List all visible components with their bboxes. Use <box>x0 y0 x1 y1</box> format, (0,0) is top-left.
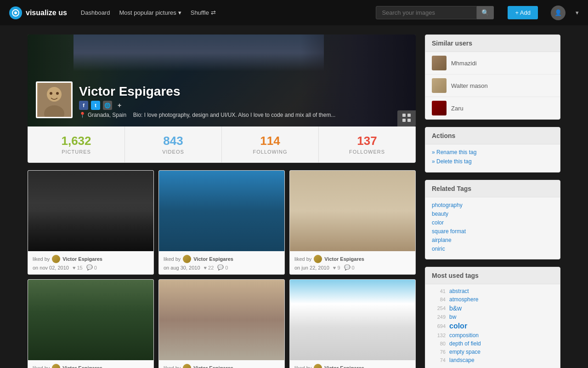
most-used-tag-link[interactable]: composition <box>449 332 479 339</box>
photo-liked-by: liked by Victor Espigares <box>164 364 280 368</box>
rename-tag-link[interactable]: » Rename this tag <box>432 149 554 155</box>
most-used-tag-link[interactable]: color <box>449 322 467 330</box>
search-button[interactable]: 🔍 <box>477 6 494 19</box>
nav-shuffle[interactable]: Shuffle ⇄ <box>191 9 216 16</box>
related-tag-link[interactable]: color <box>432 219 554 226</box>
tag-count: 84 <box>432 297 446 302</box>
website-icon[interactable]: 🌐 <box>103 101 112 110</box>
svg-point-5 <box>50 92 52 95</box>
nav-dashboard[interactable]: Dashboard <box>81 9 110 16</box>
photo-meta: liked by Victor Espigares on nov 02, 201… <box>28 251 153 274</box>
actions-list: » Rename this tag » Delete this tag <box>425 144 560 172</box>
similar-user-item[interactable]: Walter mason <box>425 75 560 97</box>
related-tags-title: Related Tags <box>425 180 560 197</box>
stats-bar: 1,632 Pictures 843 Videos 114 Following … <box>28 126 416 163</box>
add-button[interactable]: + Add <box>508 6 538 19</box>
photo-thumbnail <box>290 280 415 360</box>
liker-name[interactable]: Victor Espigares <box>193 256 233 262</box>
liker-avatar <box>52 255 60 263</box>
liked-text: liked by <box>164 365 181 368</box>
most-used-tag-row: 84 atmosphere <box>432 296 554 303</box>
photo-comments: 💬 0 <box>217 264 228 270</box>
similar-user-name: Mhmazidi <box>451 60 477 67</box>
photo-card[interactable]: liked by Victor Espigares on ... ♥ 12 💬 … <box>158 279 285 368</box>
photo-liked-by: liked by Victor Espigares <box>33 255 149 263</box>
similar-users-title: Similar users <box>425 35 560 52</box>
stat-pictures[interactable]: 1,632 Pictures <box>28 126 125 162</box>
most-used-tag-link[interactable]: atmosphere <box>449 296 478 303</box>
photo-meta: liked by Victor Espigares on ... ♥ 12 💬 … <box>159 360 284 368</box>
comment-icon: 💬 <box>86 264 93 270</box>
user-avatar-nav[interactable]: 👤 <box>551 6 565 20</box>
logo[interactable]: visualize us <box>9 6 67 19</box>
liker-name[interactable]: Victor Espigares <box>193 365 233 368</box>
liker-name[interactable]: Victor Espigares <box>324 365 364 368</box>
stat-followers[interactable]: 137 Followers <box>319 126 415 162</box>
similar-user-avatar <box>432 78 447 93</box>
photo-card[interactable]: liked by Victor Espigares on aug 30, 201… <box>158 170 285 275</box>
photo-card[interactable]: liked by Victor Espigares on jun 22, 201… <box>289 170 416 275</box>
popular-chevron: ▾ <box>178 9 181 16</box>
liker-avatar <box>183 364 191 368</box>
nav-popular[interactable]: Most popular pictures ▾ <box>119 9 181 16</box>
heart-icon: ♥ <box>204 265 207 270</box>
actions-section: Actions » Rename this tag » Delete this … <box>425 127 560 172</box>
most-used-title: Most used tags <box>425 267 560 284</box>
photo-date: on nov 02, 2010 <box>33 265 69 270</box>
most-used-tag-link[interactable]: landscape <box>449 357 475 363</box>
liker-name[interactable]: Victor Espigares <box>62 365 102 368</box>
svg-point-1 <box>14 12 17 14</box>
add-social-icon[interactable]: + <box>115 101 124 110</box>
profile-name: Victor Espigares <box>79 84 335 99</box>
photo-stats: on jun 22, 2010 ♥ 9 💬 0 <box>294 264 411 270</box>
similar-user-name: Walter mason <box>451 82 488 89</box>
logo-icon <box>9 6 22 19</box>
most-used-tag-link[interactable]: abstract <box>449 288 469 294</box>
similar-user-avatar <box>432 101 447 115</box>
liker-avatar <box>314 255 322 263</box>
related-tag-link[interactable]: photography <box>432 202 554 208</box>
similar-user-item[interactable]: Mhmazidi <box>425 52 560 75</box>
liker-name[interactable]: Victor Espigares <box>324 256 364 262</box>
photo-meta: liked by Victor Espigares on aug 30, 201… <box>159 251 284 274</box>
profile-bio: Bio: I love photography, design and UI/U… <box>133 112 336 118</box>
liker-name[interactable]: Victor Espigares <box>62 256 102 262</box>
photo-card[interactable]: liked by Victor Espigares on ... ♥ 7 💬 2 <box>289 279 416 368</box>
stat-videos[interactable]: 843 Videos <box>125 126 222 162</box>
pictures-count: 1,632 <box>32 134 121 148</box>
related-tag-link[interactable]: airplane <box>432 237 554 243</box>
related-tag-link[interactable]: square format <box>432 228 554 235</box>
photo-likes: ♥ 22 <box>204 265 214 270</box>
photo-liked-by: liked by Victor Espigares <box>294 364 411 368</box>
delete-tag-link[interactable]: » Delete this tag <box>432 158 554 165</box>
svg-rect-7 <box>402 114 406 117</box>
facebook-icon[interactable]: f <box>79 101 88 110</box>
related-tag-link[interactable]: beauty <box>432 211 554 217</box>
tag-count: 249 <box>432 314 446 320</box>
photo-comments: 💬 0 <box>86 264 97 270</box>
related-tags-section: Related Tags photographybeautycolorsquar… <box>425 180 560 259</box>
most-used-tag-link[interactable]: empty space <box>449 349 481 355</box>
shuffle-label: Shuffle <box>191 9 209 16</box>
profile-header: Victor Espigares f t 🌐 + 📍 Granada, Spai… <box>28 34 416 126</box>
photo-card[interactable]: liked by Victor Espigares on ... ♥ 8 💬 1 <box>28 279 154 368</box>
photo-date: on jun 22, 2010 <box>294 265 329 270</box>
videos-count: 843 <box>129 134 218 148</box>
twitter-icon[interactable]: t <box>91 101 100 110</box>
photo-date: on aug 30, 2010 <box>164 265 200 270</box>
related-tag-link[interactable]: oniric <box>432 246 554 252</box>
most-used-tag-link[interactable]: bw <box>449 314 456 320</box>
stat-following[interactable]: 114 Following <box>222 126 319 162</box>
grid-view-button[interactable] <box>397 110 416 126</box>
liker-avatar <box>183 255 191 263</box>
profile-text: Victor Espigares f t 🌐 + 📍 Granada, Spai… <box>79 84 335 118</box>
most-used-tag-link[interactable]: b&w <box>449 305 462 312</box>
similar-user-item[interactable]: Zaru <box>425 97 560 119</box>
popular-label: Most popular pictures <box>119 9 176 16</box>
photo-card[interactable]: liked by Victor Espigares on nov 02, 201… <box>28 170 154 275</box>
profile-social: f t 🌐 + <box>79 101 335 110</box>
search-input[interactable] <box>376 6 477 19</box>
most-used-tag-link[interactable]: depth of field <box>449 340 481 347</box>
user-menu-chevron[interactable]: ▾ <box>576 9 579 16</box>
tag-count: 74 <box>432 357 446 363</box>
